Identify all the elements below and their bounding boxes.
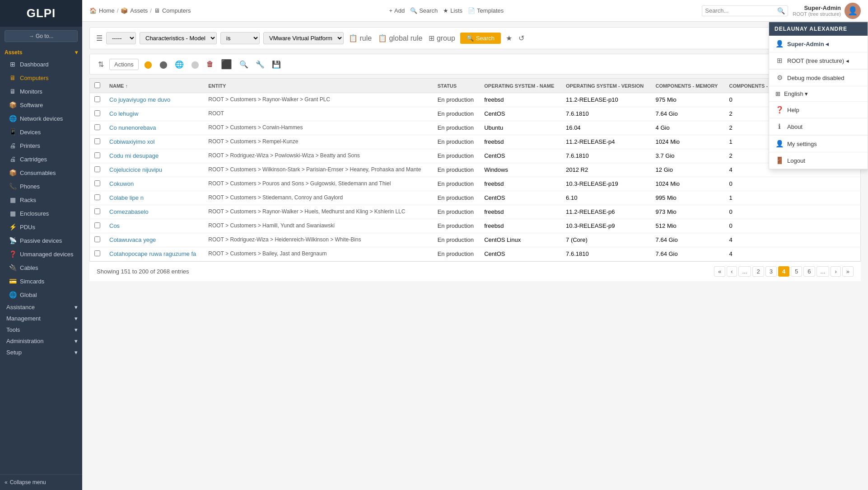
- dropdown-debug[interactable]: ⚙ Debug mode disabled: [769, 70, 868, 86]
- filter-global-rule-button[interactable]: 📋 global rule: [377, 33, 424, 44]
- row-checkbox[interactable]: [94, 96, 100, 102]
- col-memory[interactable]: COMPONENTS - MEMORY: [651, 79, 725, 93]
- row-checkbox[interactable]: [94, 124, 100, 130]
- sidebar-item-passive-devices[interactable]: 📡 Passive devices: [0, 234, 82, 247]
- computer-link[interactable]: Cobiwaxiyimo xol: [109, 138, 154, 145]
- sidebar-item-simcards[interactable]: 💳 Simcards: [0, 274, 82, 288]
- breadcrumb-home[interactable]: Home: [99, 7, 115, 14]
- dropdown-my-settings[interactable]: 👤 My settings: [769, 136, 868, 152]
- sidebar-item-enclosures[interactable]: ▦ Enclosures: [0, 207, 82, 220]
- computer-link[interactable]: Cos: [109, 222, 120, 229]
- row-checkbox[interactable]: [94, 110, 100, 116]
- assistance-section[interactable]: Assistance ▾: [0, 302, 82, 313]
- add-button[interactable]: + Add: [389, 7, 405, 14]
- row-checkbox[interactable]: [94, 166, 100, 172]
- computer-link[interactable]: Colabe lipe n: [109, 194, 144, 201]
- dropdown-logout[interactable]: 🚪 Logout: [769, 152, 868, 169]
- row-checkbox[interactable]: [94, 222, 100, 228]
- sidebar-item-global[interactable]: 🌐 Global: [0, 288, 82, 302]
- computer-link[interactable]: Comezabaselo: [109, 208, 149, 215]
- col-name[interactable]: NAME ↑: [105, 79, 204, 93]
- sidebar-item-printers[interactable]: 🖨 Printers: [0, 139, 82, 152]
- computer-link[interactable]: Codu mi desupage: [109, 152, 159, 159]
- filter-group-button[interactable]: ⊞ group: [427, 33, 456, 44]
- collapse-menu-button[interactable]: « Collapse menu: [5, 479, 78, 485]
- computer-link[interactable]: Co juyaviyugo me duvo: [109, 96, 170, 103]
- dropdown-super-admin[interactable]: 👤 Super-Admin ◂: [769, 36, 868, 52]
- select-all-checkbox[interactable]: [94, 82, 100, 88]
- sidebar-item-cables[interactable]: 🔌 Cables: [0, 261, 82, 274]
- grey-icon[interactable]: ⬤: [189, 59, 201, 70]
- wrench-icon[interactable]: 🔧: [254, 59, 266, 70]
- filter-operator-select[interactable]: is is not contains: [220, 32, 260, 44]
- page-5-button[interactable]: 5: [791, 266, 802, 277]
- user-area[interactable]: Super-Admin ROOT (tree structure) 👤: [793, 3, 861, 19]
- filter-criteria-select[interactable]: Characteristics - Model: [140, 32, 217, 44]
- setup-section[interactable]: Setup ▾: [0, 347, 82, 358]
- management-section[interactable]: Management ▾: [0, 313, 82, 324]
- dropdown-help[interactable]: ❓ Help: [769, 102, 868, 118]
- computer-link[interactable]: Cotawuvaca yege: [109, 236, 156, 243]
- col-os-name[interactable]: OPERATING SYSTEM - NAME: [480, 79, 561, 93]
- search-toolbar-icon[interactable]: 🔍: [238, 59, 250, 70]
- sidebar-item-pdus[interactable]: ⚡ PDUs: [0, 220, 82, 234]
- reset-button[interactable]: ↺: [517, 33, 526, 44]
- administration-section[interactable]: Administration ▾: [0, 335, 82, 347]
- templates-button[interactable]: 📄 Templates: [468, 7, 504, 14]
- prev-page-button[interactable]: ‹: [727, 266, 737, 277]
- col-entity[interactable]: ENTITY: [204, 79, 433, 93]
- sidebar-item-devices[interactable]: 📱 Devices: [0, 125, 82, 139]
- goto-button[interactable]: → Go to...: [5, 30, 78, 42]
- computer-link[interactable]: Co lehugiw: [109, 110, 138, 117]
- filter-search-button[interactable]: 🔍 Search: [460, 33, 501, 44]
- page-3-button[interactable]: 3: [765, 266, 777, 277]
- row-checkbox[interactable]: [94, 138, 100, 144]
- lists-button[interactable]: ★ Lists: [443, 7, 462, 14]
- search-icon[interactable]: 🔍: [777, 7, 785, 14]
- toggle-off-icon[interactable]: ⬤: [158, 59, 169, 70]
- row-checkbox[interactable]: [94, 250, 100, 256]
- export-icon[interactable]: 💾: [270, 59, 283, 70]
- next-page-button[interactable]: ›: [831, 266, 840, 277]
- tools-section[interactable]: Tools ▾: [0, 324, 82, 335]
- filter-condition-select[interactable]: ----- AND OR: [106, 32, 136, 44]
- sidebar-item-dashboard[interactable]: ⊞ Dashboard: [0, 57, 82, 71]
- computer-link[interactable]: Cotahopocape ruwa raguzume fa: [109, 250, 196, 257]
- actions-button[interactable]: Actions: [109, 59, 139, 70]
- page-6-button[interactable]: 6: [803, 266, 815, 277]
- filter-rule-button[interactable]: 📋 rule: [347, 33, 373, 44]
- breadcrumb-assets[interactable]: Assets: [130, 7, 148, 14]
- sidebar-item-cartridges[interactable]: 🖨 Cartridges: [0, 152, 82, 166]
- sidebar-item-unmanaged-devices[interactable]: ❓ Unmanaged devices: [0, 247, 82, 261]
- globe-toolbar-icon[interactable]: 🌐: [173, 59, 186, 70]
- page-4-button[interactable]: 4: [778, 266, 789, 277]
- sidebar-item-racks[interactable]: ▦ Racks: [0, 193, 82, 207]
- col-status[interactable]: STATUS: [433, 79, 480, 93]
- assets-section-header[interactable]: Assets ▾: [0, 46, 82, 57]
- dropdown-about[interactable]: ℹ About: [769, 118, 868, 135]
- toggle-on-icon[interactable]: ⬤: [142, 59, 154, 70]
- breadcrumb-computers[interactable]: Computers: [162, 7, 191, 14]
- sidebar-item-computers[interactable]: 🖥 Computers: [0, 71, 82, 85]
- row-checkbox[interactable]: [94, 208, 100, 214]
- filter-value-select[interactable]: VMware Virtual Platform: [263, 32, 344, 44]
- computer-link[interactable]: Co nunenorebava: [109, 124, 156, 131]
- sidebar-item-network-devices[interactable]: 🌐 Network devices: [0, 112, 82, 125]
- sidebar-item-monitors[interactable]: 🖥 Monitors: [0, 85, 82, 98]
- bookmark-button[interactable]: ★: [504, 33, 513, 44]
- computer-link[interactable]: Cojelucicice nijuvipu: [109, 166, 162, 173]
- dropdown-language[interactable]: ⊞ English ▾: [769, 86, 868, 101]
- sidebar-item-phones[interactable]: 📞 Phones: [0, 179, 82, 193]
- search-button[interactable]: 🔍 Search: [410, 7, 438, 14]
- search-input[interactable]: [705, 7, 777, 14]
- sidebar-item-consumables[interactable]: 📦 Consumables: [0, 166, 82, 179]
- first-page-button[interactable]: «: [714, 266, 725, 277]
- filter-toggle-icon[interactable]: ☰: [96, 34, 103, 42]
- row-checkbox[interactable]: [94, 236, 100, 242]
- page-2-button[interactable]: 2: [752, 266, 764, 277]
- dropdown-root-structure[interactable]: ⊞ ROOT (tree structure) ◂: [769, 52, 868, 69]
- computer-link[interactable]: Cokuwon: [109, 180, 134, 187]
- row-checkbox[interactable]: [94, 194, 100, 200]
- enabled-toggle-icon[interactable]: ⬛: [219, 58, 234, 71]
- row-checkbox[interactable]: [94, 152, 100, 158]
